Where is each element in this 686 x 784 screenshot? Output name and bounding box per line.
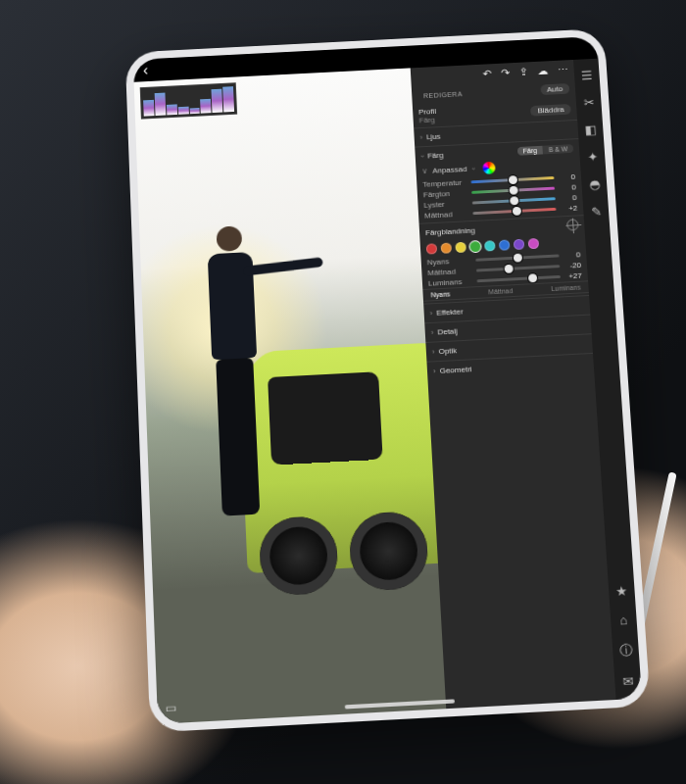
swatch-orange[interactable] [441,243,453,254]
swatch-yellow[interactable] [455,242,466,253]
browse-profiles-button[interactable]: Bläddra [530,104,570,117]
tab-sat[interactable]: Mättnad [488,287,514,295]
tab-hue[interactable]: Nyans [430,291,450,299]
app-screen: ‹ ▭ [133,36,642,724]
white-balance-mode[interactable]: Anpassad [432,165,467,174]
profile-value: Färg [418,116,436,125]
crop-icon[interactable]: ✂ [583,95,595,110]
brush-icon[interactable]: ✎ [590,205,602,220]
rate-star-icon[interactable]: ★ [615,583,628,599]
swatch-magenta[interactable] [528,238,540,249]
swatch-red[interactable] [426,243,438,254]
color-panel-label: Färg [427,151,444,160]
masking-icon[interactable]: ◓ [588,177,600,192]
color-wheel-icon[interactable] [482,162,496,174]
redo-icon[interactable]: ↷ [501,67,511,79]
seg-color[interactable]: Färg [517,146,544,156]
chevron-right-icon: › [419,133,422,142]
chevron-down-icon: › [417,155,426,158]
ipad-device-frame: ‹ ▭ [125,28,651,733]
color-mix-title: Färgblandning [425,225,475,236]
swatch-blue[interactable] [499,239,511,250]
swatch-purple[interactable] [514,239,525,250]
filmstrip-toggle-icon[interactable]: ▭ [165,701,176,715]
geometry-panel-label: Geometri [439,365,471,375]
chevron-down-icon: › [468,168,477,171]
color-bw-segment[interactable]: Färg B & W [517,144,574,156]
swatch-aqua[interactable] [484,240,496,251]
light-panel-label: Ljus [426,132,441,141]
seg-bw[interactable]: B & W [543,144,574,154]
presets-icon[interactable]: ◧ [584,122,597,137]
tab-lum[interactable]: Luminans [551,284,581,292]
photo-canvas[interactable]: ▭ [134,68,447,723]
info-icon[interactable]: ⓘ [618,641,632,660]
targeted-adjust-icon[interactable] [566,219,579,230]
edit-section-title: REDIGERA [417,87,468,102]
effects-panel-label: Effekter [436,308,464,318]
undo-icon[interactable]: ↶ [482,68,492,80]
photo-subject-person [201,225,270,519]
detail-panel-label: Detalj [437,327,458,337]
more-icon[interactable]: ⋯ [558,64,569,76]
back-chevron-icon[interactable]: ‹ [143,62,149,78]
car-wheel [258,514,339,596]
keyword-tag-icon[interactable]: ⌂ [619,612,628,628]
histogram[interactable] [140,82,237,119]
geometry-panel-header[interactable]: ›Geometri [427,356,595,379]
swatch-green[interactable] [469,241,481,252]
cloud-icon[interactable]: ☁ [537,65,549,77]
photo-preview [134,68,447,723]
optics-panel-label: Optik [438,346,457,356]
share-icon[interactable]: ⇪ [519,66,529,78]
car-wheel [348,511,429,592]
photo-subject-car [238,343,446,573]
adjust-sliders-icon[interactable]: ☰ [580,69,593,83]
auto-button[interactable]: Auto [540,83,570,95]
comments-icon[interactable]: ✉ [621,673,633,689]
healing-icon[interactable]: ✦ [587,150,599,165]
